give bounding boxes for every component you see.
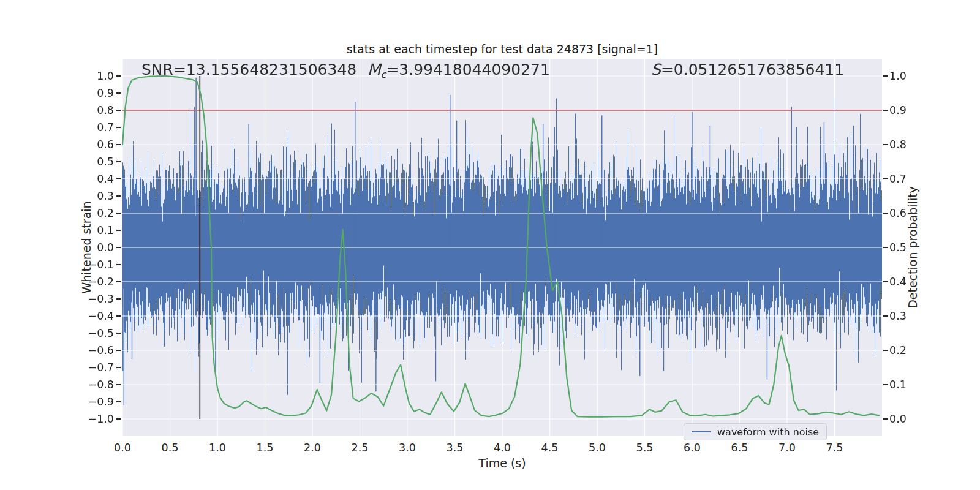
y-tick-label-left: −0.6 bbox=[85, 344, 114, 356]
x-tick-label: 0.5 bbox=[152, 442, 189, 454]
y-tick-label-left: −0.9 bbox=[85, 396, 114, 408]
x-tick-label: 0.0 bbox=[104, 442, 141, 454]
annotation-snr-value: SNR=13.155648231506348 bbox=[141, 61, 356, 78]
annotation-chirp-mass-value: =3.99418044090271 bbox=[386, 61, 549, 78]
y-tick-mark-right bbox=[883, 315, 888, 317]
y-tick-label-left: 0.9 bbox=[85, 87, 114, 99]
y-tick-mark-left bbox=[116, 144, 121, 145]
x-tick-label: 6.5 bbox=[722, 442, 758, 454]
y-tick-mark-left bbox=[116, 298, 121, 300]
y-tick-mark-left bbox=[116, 384, 121, 385]
y-tick-mark-left bbox=[116, 178, 121, 179]
y-tick-mark-left bbox=[116, 264, 121, 265]
x-tick-label: 4.5 bbox=[532, 442, 568, 454]
y-tick-mark-left bbox=[116, 281, 121, 282]
y-tick-label-left: 0.8 bbox=[85, 104, 114, 116]
x-tick-label: 5.0 bbox=[579, 442, 616, 454]
legend-label: waveform with noise bbox=[717, 426, 819, 438]
y-tick-label-left: −0.3 bbox=[85, 293, 114, 305]
y-tick-label-left: −0.1 bbox=[85, 258, 114, 271]
y-tick-mark-left bbox=[116, 333, 121, 334]
y-tick-label-right: 0.4 bbox=[889, 276, 919, 288]
figure: stats at each timestep for test data 248… bbox=[0, 0, 980, 490]
y-tick-mark-right bbox=[883, 110, 888, 111]
y-tick-mark-right bbox=[883, 418, 888, 420]
annotation-chirp-mass: Mc=3.99418044090271 bbox=[368, 61, 550, 80]
y-tick-label-left: 0.3 bbox=[85, 190, 114, 202]
y-tick-mark-right bbox=[883, 281, 888, 282]
y-tick-label-left: 0.4 bbox=[85, 173, 114, 185]
x-tick-label: 2.0 bbox=[294, 442, 331, 454]
x-tick-label: 2.5 bbox=[342, 442, 379, 454]
legend: waveform with noise bbox=[684, 423, 827, 440]
y-tick-mark-right bbox=[883, 384, 888, 385]
y-tick-label-left: −0.4 bbox=[85, 310, 114, 322]
x-tick-label: 1.0 bbox=[199, 442, 236, 454]
y-tick-label-left: 0.2 bbox=[85, 207, 114, 219]
y-tick-label-right: 0.2 bbox=[889, 344, 919, 356]
x-tick-label: 5.5 bbox=[627, 442, 663, 454]
y-tick-label-left: −0.2 bbox=[85, 276, 114, 288]
y-tick-mark-left bbox=[116, 315, 121, 317]
y-tick-label-left: 1.0 bbox=[85, 70, 114, 82]
x-tick-label: 6.0 bbox=[674, 442, 710, 454]
y-tick-mark-left bbox=[116, 230, 121, 231]
y-tick-label-left: −0.5 bbox=[85, 327, 114, 339]
y-tick-mark-right bbox=[883, 213, 888, 214]
annotation-s-stat-prefix: S bbox=[651, 61, 661, 78]
y-tick-mark-left bbox=[116, 401, 121, 402]
plot-area bbox=[123, 59, 882, 436]
x-tick-label: 7.5 bbox=[816, 442, 853, 454]
y-tick-mark-left bbox=[116, 367, 121, 368]
y-tick-label-right: 0.6 bbox=[889, 207, 919, 219]
y-tick-mark-right bbox=[883, 178, 888, 179]
x-tick-label: 7.0 bbox=[769, 442, 805, 454]
y-tick-mark-right bbox=[883, 350, 888, 351]
y-tick-label-right: 0.9 bbox=[889, 104, 919, 116]
y-tick-mark-left bbox=[116, 127, 121, 128]
y-tick-label-right: 0.1 bbox=[889, 379, 919, 391]
annotation-chirp-mass-prefix: M bbox=[368, 61, 381, 78]
y-tick-mark-right bbox=[883, 247, 888, 248]
x-tick-label: 3.5 bbox=[437, 442, 473, 454]
y-tick-label-right: 0.8 bbox=[889, 138, 919, 151]
y-tick-mark-left bbox=[116, 75, 121, 77]
y-tick-label-right: 0.5 bbox=[889, 241, 919, 254]
x-tick-label: 3.0 bbox=[389, 442, 426, 454]
plot-canvas bbox=[123, 59, 882, 436]
y-tick-label-left: 0.6 bbox=[85, 138, 114, 151]
y-tick-label-right: 0.7 bbox=[889, 173, 919, 185]
x-tick-label: 4.0 bbox=[484, 442, 521, 454]
y-tick-label-right: 1.0 bbox=[889, 70, 919, 82]
y-tick-label-left: 0.7 bbox=[85, 121, 114, 134]
y-tick-mark-left bbox=[116, 161, 121, 162]
x-axis-label: Time (s) bbox=[123, 456, 882, 470]
y-tick-mark-left bbox=[116, 195, 121, 197]
y-tick-mark-left bbox=[116, 110, 121, 111]
chart-title: stats at each timestep for test data 248… bbox=[123, 42, 882, 56]
y-tick-label-right: 0.0 bbox=[889, 413, 919, 425]
y-tick-mark-left bbox=[116, 247, 121, 248]
x-tick-label: 1.5 bbox=[247, 442, 284, 454]
legend-line-sample bbox=[692, 431, 711, 433]
y-tick-label-left: −0.8 bbox=[85, 379, 114, 391]
y-tick-label-left: −0.7 bbox=[85, 361, 114, 374]
annotation-s-stat-value: =0.0512651763856411 bbox=[661, 61, 844, 78]
y-tick-mark-left bbox=[116, 92, 121, 94]
annotation-s-stat: S=0.0512651763856411 bbox=[651, 61, 844, 80]
y-tick-mark-left bbox=[116, 213, 121, 214]
y-tick-label-left: −1.0 bbox=[85, 413, 114, 425]
y-tick-mark-right bbox=[883, 144, 888, 145]
annotation-snr: SNR=13.155648231506348 bbox=[141, 61, 356, 80]
y-tick-label-left: 0.0 bbox=[85, 241, 114, 254]
y-tick-label-left: 0.5 bbox=[85, 156, 114, 168]
y-tick-label-right: 0.3 bbox=[889, 310, 919, 322]
y-tick-mark-left bbox=[116, 418, 121, 420]
y-tick-mark-left bbox=[116, 350, 121, 351]
y-tick-label-left: 0.1 bbox=[85, 224, 114, 236]
y-tick-mark-right bbox=[883, 75, 888, 77]
